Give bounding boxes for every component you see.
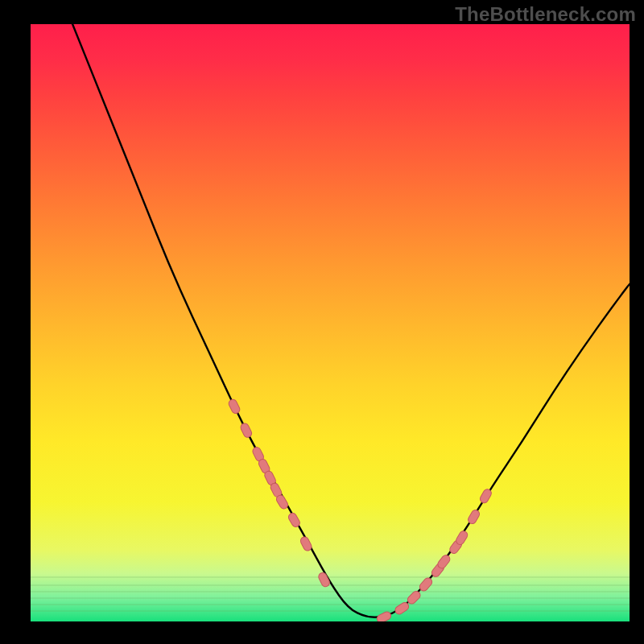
data-marker xyxy=(299,535,313,552)
svg-rect-1 xyxy=(239,422,253,439)
svg-rect-8 xyxy=(299,535,313,552)
svg-rect-0 xyxy=(227,398,241,415)
bottleneck-curve xyxy=(72,24,630,617)
data-marker xyxy=(406,589,422,605)
svg-rect-10 xyxy=(376,610,393,621)
plot-area xyxy=(31,24,630,621)
data-marker xyxy=(239,422,253,439)
data-marker xyxy=(376,610,393,621)
data-marker xyxy=(317,572,331,588)
watermark-text: TheBottleneck.com xyxy=(455,3,636,26)
marker-group-right xyxy=(376,488,493,621)
marker-group-left xyxy=(227,398,331,588)
chart-frame: TheBottleneck.com xyxy=(0,0,644,644)
data-marker xyxy=(227,398,241,415)
chart-overlay xyxy=(31,24,630,621)
svg-rect-12 xyxy=(406,589,422,605)
svg-rect-9 xyxy=(317,572,331,588)
